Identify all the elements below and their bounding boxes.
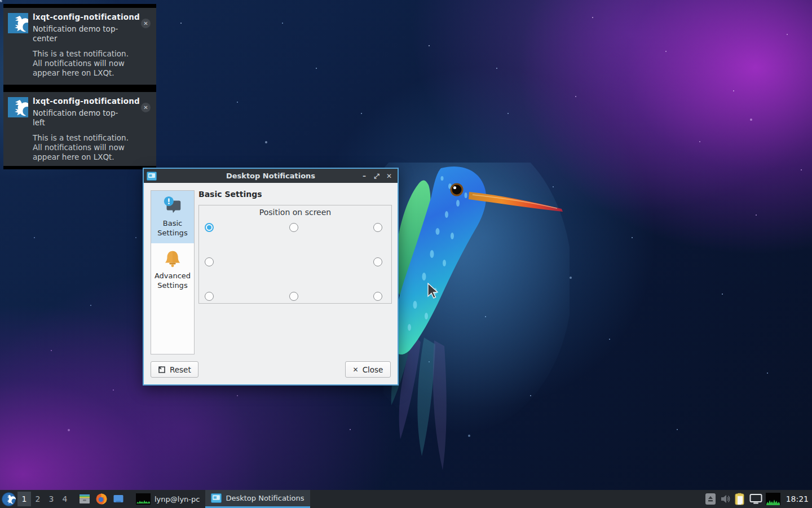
- task-terminal[interactable]: lynp@lyn-pc: [130, 490, 205, 508]
- firefox-icon: [95, 493, 108, 505]
- restore-button[interactable]: ⤢: [372, 171, 382, 181]
- notification-popup[interactable]: lxqt-config-notificationd Notification d…: [3, 88, 156, 169]
- blue-window-icon: [112, 493, 125, 505]
- volume-tray-button[interactable]: [720, 493, 731, 505]
- task-desktop-notifications[interactable]: Desktop Notifications: [205, 490, 310, 508]
- bell-icon: [162, 248, 183, 269]
- radio-bottom-right[interactable]: [373, 292, 382, 301]
- sidebar-item-label: Basic Settings: [152, 219, 193, 238]
- section-heading: Basic Settings: [198, 190, 262, 199]
- radio-top-left[interactable]: [205, 223, 214, 232]
- minimize-button[interactable]: –: [359, 171, 369, 181]
- screen-tool-launcher[interactable]: [110, 490, 127, 508]
- notification-summary: Notification demo top-center: [33, 24, 129, 44]
- reset-button-label: Reset: [170, 365, 191, 374]
- cpu-graph-icon: [766, 493, 780, 505]
- sidebar-item-label: Advanced Settings: [152, 271, 193, 291]
- monitor-icon: [749, 493, 762, 505]
- workspace-3-button[interactable]: 3: [45, 490, 58, 508]
- radio-top-right[interactable]: [373, 223, 382, 232]
- task-app-icon: [211, 493, 222, 503]
- position-groupbox: Position on screen: [198, 205, 392, 304]
- close-window-button[interactable]: ✕: [384, 171, 394, 181]
- radio-top-center[interactable]: [289, 223, 298, 232]
- system-monitor-tray-button[interactable]: [766, 493, 780, 505]
- notification-close-icon[interactable]: ✕: [141, 103, 151, 112]
- removable-media-tray-button[interactable]: [705, 493, 716, 505]
- sidebar-item-basic-settings[interactable]: Basic Settings: [151, 191, 194, 243]
- groupbox-title: Position on screen: [199, 208, 391, 217]
- lubuntu-logo-icon: [2, 492, 16, 506]
- app-menu-button[interactable]: [0, 490, 17, 508]
- notification-close-icon[interactable]: ✕: [141, 19, 151, 28]
- monitor-settings-tray-button[interactable]: [749, 493, 762, 505]
- radio-middle-right[interactable]: [373, 257, 382, 266]
- eject-icon: [705, 493, 716, 505]
- clipboard-icon: [734, 493, 746, 506]
- file-manager-launcher[interactable]: [76, 490, 93, 508]
- notification-body: This is a test notification. All notific…: [33, 49, 140, 78]
- notification-app-name: lxqt-config-notificationd: [33, 12, 151, 21]
- notification-bubble-icon: [162, 195, 183, 217]
- workspace-4-button[interactable]: 4: [58, 490, 72, 508]
- close-button[interactable]: ✕ Close: [345, 361, 391, 378]
- task-label: lynp@lyn-pc: [155, 495, 200, 503]
- notification-app-name: lxqt-config-notificationd: [33, 97, 151, 106]
- notification-popup[interactable]: lxqt-config-notificationd Notification d…: [3, 4, 156, 88]
- sidebar-item-advanced-settings[interactable]: Advanced Settings: [151, 243, 194, 296]
- clock[interactable]: 18:21: [784, 494, 809, 503]
- radio-bottom-left[interactable]: [205, 292, 214, 301]
- taskbar: 1 2 3 4: [0, 490, 812, 508]
- firefox-launcher[interactable]: [93, 490, 110, 508]
- workspace-1-button[interactable]: 1: [17, 492, 31, 506]
- hummingbird-wallpaper: [383, 163, 570, 479]
- titlebar[interactable]: Desktop Notifications – ⤢ ✕: [144, 169, 398, 183]
- file-manager-icon: [78, 493, 91, 505]
- mouse-cursor: [427, 283, 438, 300]
- settings-sidebar: Basic Settings Advanced Settings: [151, 190, 195, 354]
- notification-body: This is a test notification. All notific…: [33, 133, 140, 163]
- close-button-label: Close: [363, 365, 383, 374]
- clipboard-tray-button[interactable]: [734, 493, 746, 506]
- reset-button[interactable]: Reset: [151, 361, 198, 378]
- desktop-notifications-window: Desktop Notifications – ⤢ ✕: [143, 168, 399, 386]
- radio-middle-left[interactable]: [205, 257, 214, 266]
- lubuntu-bird-icon: [8, 97, 28, 117]
- desktop: lxqt-config-notificationd Notification d…: [0, 0, 812, 508]
- close-x-icon: ✕: [353, 366, 359, 374]
- reset-icon: [158, 366, 166, 374]
- notification-summary: Notification demo top-left: [33, 108, 129, 128]
- workspace-2-button[interactable]: 2: [31, 490, 45, 508]
- task-label: Desktop Notifications: [226, 494, 304, 502]
- speaker-icon: [720, 493, 731, 505]
- radio-bottom-center[interactable]: [289, 292, 298, 301]
- lubuntu-bird-icon: [8, 13, 28, 33]
- terminal-thumbnail-icon: [136, 493, 151, 505]
